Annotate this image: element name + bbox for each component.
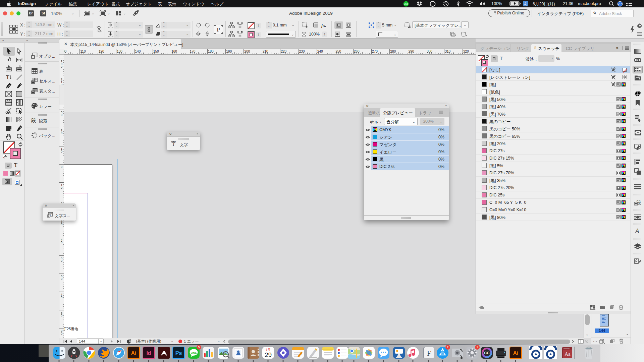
svg-text:LINE: LINE [191, 351, 197, 354]
svg-text:Ai: Ai [131, 350, 137, 356]
svg-text:Aa: Aa [565, 351, 571, 357]
svg-text:T: T [6, 74, 9, 80]
svg-text:6月: 6月 [266, 348, 270, 351]
svg-text:Ai: Ai [513, 350, 519, 356]
svg-text:Ps: Ps [175, 350, 182, 356]
svg-text:CC: CC [484, 351, 490, 355]
svg-text:Dictionary: Dictionary [563, 348, 570, 350]
svg-text:F: F [427, 349, 431, 357]
svg-text:Id: Id [146, 350, 151, 356]
svg-text:P: P [217, 26, 220, 33]
svg-text:29: 29 [265, 351, 272, 358]
